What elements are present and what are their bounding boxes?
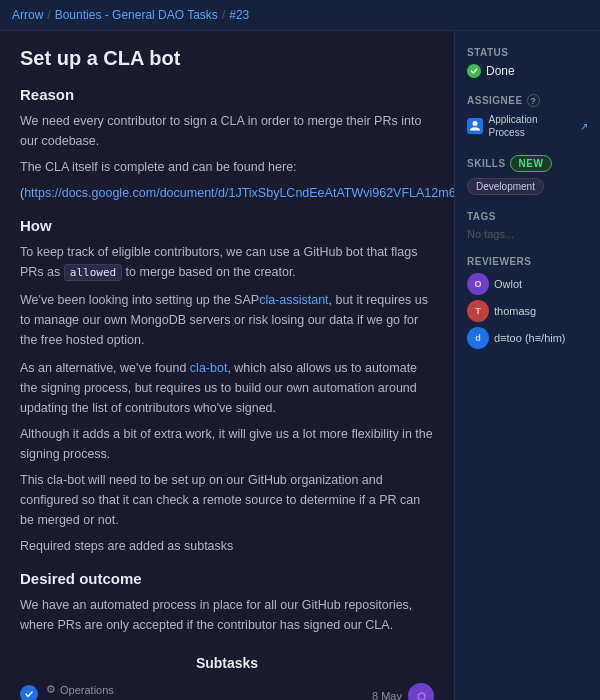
tags-section: TAGS No tags...	[467, 211, 588, 240]
right-sidebar: STATUS Done ASSIGNEE ? Application Proce…	[455, 31, 600, 700]
page-title: Set up a CLA bot	[20, 47, 434, 70]
how-text-6: Required steps are added as subtasks	[20, 536, 434, 556]
status-done-icon	[467, 64, 481, 78]
reviewer-thomasg-avatar: T	[467, 300, 489, 322]
status-value: Done	[486, 64, 515, 78]
sep1: /	[47, 8, 50, 22]
assignee-external-icon[interactable]: ↗	[580, 121, 588, 132]
how-text-2: We've been looking into setting up the S…	[20, 290, 434, 350]
section-desired-heading: Desired outcome	[20, 570, 434, 587]
status-section: STATUS Done	[467, 47, 588, 78]
sep2: /	[222, 8, 225, 22]
subtasks-title: Subtasks	[20, 655, 434, 671]
assignee-row: Application Process ↗	[467, 113, 588, 139]
section-reason-heading: Reason	[20, 86, 434, 103]
skill-new-badge: New	[510, 155, 553, 172]
assignee-section: ASSIGNEE ? Application Process ↗	[467, 94, 588, 139]
subtasks-section: Subtasks ⚙ Operations Setup cla-bot in G…	[20, 655, 434, 700]
desired-text: We have an automated process in place fo…	[20, 595, 434, 635]
inline-code-allowed: allowed	[64, 264, 122, 281]
skills-section: SKILLS New Development	[467, 155, 588, 195]
nav-arrow[interactable]: Arrow	[12, 8, 43, 22]
reason-link-line: (https://docs.google.com/document/d/1JTi…	[20, 183, 434, 203]
reviewers-label: REVIEWERS	[467, 256, 588, 267]
reviewer-owlot-name: Owlot	[494, 278, 522, 290]
cla-doc-link[interactable]: https://docs.google.com/document/d/1JTix…	[24, 186, 455, 200]
how-text-3: As an alternative, we've found cla-bot, …	[20, 358, 434, 418]
reviewer-dtoo: d d≡too (h≡/him)	[467, 327, 588, 349]
section-how-heading: How	[20, 217, 434, 234]
no-tags-text: No tags...	[467, 228, 588, 240]
assignee-label: ASSIGNEE ?	[467, 94, 588, 107]
reviewer-thomasg-name: thomasg	[494, 305, 536, 317]
nav-bounties[interactable]: Bounties - General DAO Tasks	[55, 8, 218, 22]
main-content: Set up a CLA bot Reason We need every co…	[0, 31, 455, 700]
assignee-info-icon[interactable]: ?	[527, 94, 540, 107]
cla-bot-link[interactable]: cla-bot	[190, 361, 228, 375]
subtask-1-date: 8 May	[372, 690, 402, 700]
status-badge: Done	[467, 64, 588, 78]
how-text-1: To keep track of eligible contributors, …	[20, 242, 434, 282]
reviewer-thomasg: T thomasg	[467, 300, 588, 322]
how-text-5: This cla-bot will need to be set up on o…	[20, 470, 434, 530]
subtask-1-avatar: ⬡	[408, 683, 434, 700]
subtask-1-info: ⚙ Operations Setup cla-bot in GitHub aut…	[46, 683, 364, 700]
status-label: STATUS	[467, 47, 588, 58]
gear-icon: ⚙	[46, 683, 56, 696]
cla-assistant-link[interactable]: cla-assistant	[259, 293, 328, 307]
subtask-1-right: 8 May ⬡	[372, 683, 434, 700]
subtask-row-1[interactable]: ⚙ Operations Setup cla-bot in GitHub aut…	[20, 683, 434, 700]
assignee-icon	[467, 118, 483, 134]
how-text-4: Although it adds a bit of extra work, it…	[20, 424, 434, 464]
reviewer-dtoo-name: d≡too (h≡/him)	[494, 332, 566, 344]
tags-label: TAGS	[467, 211, 588, 222]
breadcrumb: Arrow / Bounties - General DAO Tasks / #…	[0, 0, 600, 31]
reason-text-2: The CLA itself is complete and can be fo…	[20, 157, 434, 177]
reviewers-section: REVIEWERS O Owlot T thomasg d d≡too (h≡/…	[467, 256, 588, 349]
subtask-1-ops: ⚙ Operations	[46, 683, 364, 696]
reviewer-owlot-avatar: O	[467, 273, 489, 295]
skill-dev-badge: Development	[467, 178, 544, 195]
reviewer-dtoo-avatar: d	[467, 327, 489, 349]
reviewer-owlot: O Owlot	[467, 273, 588, 295]
nav-issue[interactable]: #23	[229, 8, 249, 22]
skills-label: SKILLS New	[467, 155, 588, 172]
assignee-value: Application Process	[489, 113, 574, 139]
subtask-1-check	[20, 685, 38, 700]
subtask-1-meta: 8 May ⬡	[372, 683, 434, 700]
reason-text-1: We need every contributor to sign a CLA …	[20, 111, 434, 151]
subtask-1-category: Operations	[60, 684, 114, 696]
